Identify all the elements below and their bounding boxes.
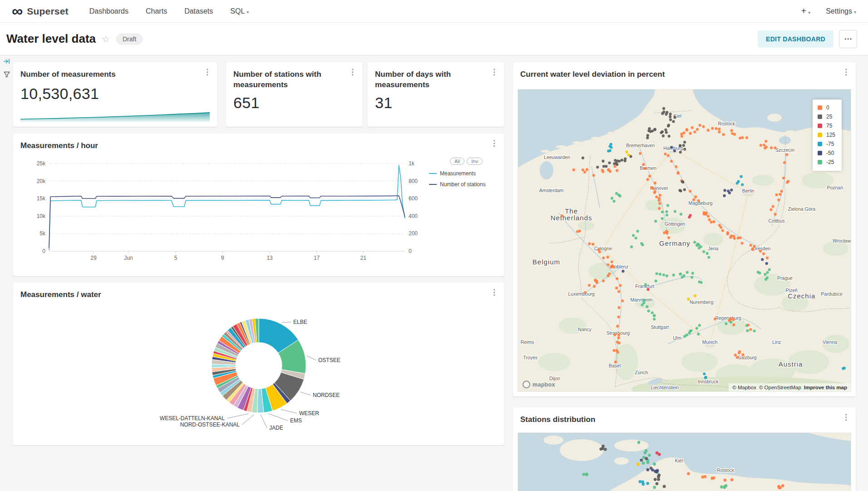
legend-label: -50	[826, 150, 834, 156]
chart-card-deviation-map: Current water level deviation in percent…	[513, 62, 856, 397]
svg-text:Vienna: Vienna	[823, 339, 838, 345]
superset-brand[interactable]: ∞ Superset	[12, 5, 69, 17]
attribution-osm[interactable]: © OpenStreetMap	[759, 385, 801, 390]
more-options-icon[interactable]: ⋮	[490, 139, 498, 147]
legend-swatch-icon	[818, 133, 822, 137]
favorite-star-icon[interactable]: ☆	[102, 34, 110, 45]
legend-item-measurements[interactable]: Measurements	[429, 170, 486, 177]
svg-text:15k: 15k	[37, 195, 46, 202]
svg-text:Luxembourg: Luxembourg	[568, 291, 595, 297]
map-legend: 02575125-75-50-25	[813, 99, 842, 171]
legend-item[interactable]: 75	[818, 123, 835, 129]
legend-item[interactable]: 0	[818, 104, 835, 111]
new-item-button[interactable]: +▾	[801, 6, 810, 16]
kpi-card-days: Number of days with measurements ⋮ 31	[368, 62, 504, 127]
svg-text:Stuttgart: Stuttgart	[651, 324, 669, 330]
svg-text:0: 0	[42, 248, 45, 254]
filter-icon[interactable]	[3, 71, 10, 80]
map-canvas[interactable]: KielRostockBremerhavenHamburgSzczecinLee…	[518, 89, 851, 392]
svg-text:Basel: Basel	[609, 363, 621, 368]
svg-text:Berlin: Berlin	[742, 188, 755, 193]
chart-title: Number of stations with measurements	[226, 62, 362, 90]
chart-title: Number of measurements	[13, 62, 217, 80]
svg-text:21: 21	[360, 255, 367, 261]
svg-text:NORD-OSTSEE-KANAL: NORD-OSTSEE-KANAL	[180, 422, 240, 428]
improve-map-link[interactable]: Improve this map	[804, 385, 847, 390]
kpi-card-measurements: Number of measurements ⋮ 10,530,631	[13, 62, 217, 127]
more-options-icon[interactable]: ⋮	[842, 413, 850, 421]
legend-item[interactable]: 25	[818, 114, 835, 120]
chart-title: Measurements / water	[13, 283, 504, 300]
chart-card-measurements-hour: Measurements / hour ⋮ 005k20010k40015k60…	[13, 134, 504, 276]
chart-card-stations-distribution: Stations distribution ⋮ KielRostock	[513, 407, 856, 491]
legend-item-stations[interactable]: Number of stations	[429, 181, 486, 188]
svg-text:600: 600	[409, 195, 418, 202]
mapbox-logo[interactable]: mapbox	[523, 381, 555, 388]
svg-text:NORDSEE: NORDSEE	[313, 392, 340, 398]
svg-text:Rostock: Rostock	[718, 121, 735, 126]
svg-text:Troyes: Troyes	[523, 355, 538, 360]
dashboard-grid: Number of measurements ⋮ 10,530,631 Numb…	[0, 55, 868, 491]
svg-text:5k: 5k	[39, 230, 46, 237]
brand-name: Superset	[27, 6, 68, 17]
legend-swatch-icon	[818, 160, 822, 164]
svg-text:200: 200	[409, 230, 418, 237]
edit-dashboard-button[interactable]: EDIT DASHBOARD	[758, 30, 833, 48]
legend-item[interactable]: -50	[818, 150, 835, 156]
more-options-icon[interactable]: ⋮	[349, 68, 356, 76]
chart-legend: Measurements Number of stations	[429, 170, 486, 192]
svg-text:10k: 10k	[37, 213, 46, 219]
top-navbar: ∞ Superset Dashboards Charts Datasets SQ…	[0, 0, 868, 23]
settings-menu[interactable]: Settings▾	[826, 7, 856, 15]
svg-text:Cottbus: Cottbus	[769, 218, 785, 223]
legend-label: -25	[826, 159, 834, 165]
svg-text:400: 400	[409, 213, 418, 219]
nav-item-datasets[interactable]: Datasets	[184, 7, 213, 15]
nav-item-dashboards[interactable]: Dashboards	[89, 7, 128, 15]
svg-text:Kiel: Kiel	[675, 458, 683, 463]
svg-text:800: 800	[409, 178, 418, 184]
line-marker-icon	[429, 173, 437, 174]
svg-text:Nancy: Nancy	[578, 327, 592, 332]
nav-item-charts[interactable]: Charts	[146, 7, 167, 15]
svg-text:Linz: Linz	[772, 339, 781, 345]
legend-swatch-icon	[818, 142, 822, 146]
map-canvas[interactable]: KielRostock	[518, 432, 851, 491]
chart-card-measurements-water: Measurements / water ⋮ ELBEOSTSEENORDSEE…	[13, 283, 504, 445]
svg-text:Jena: Jena	[708, 246, 719, 251]
dashboard-more-button[interactable]: ⋯	[839, 30, 857, 48]
legend-swatch-icon	[818, 124, 822, 128]
svg-text:Jun: Jun	[124, 255, 133, 261]
svg-text:Zürich: Zürich	[635, 370, 648, 375]
svg-text:0: 0	[409, 248, 412, 254]
legend-label: 75	[826, 123, 832, 129]
chevron-down-icon: ▾	[854, 10, 856, 15]
legend-item[interactable]: -25	[818, 159, 835, 165]
legend-label: 0	[826, 104, 829, 111]
svg-text:Magdeburg: Magdeburg	[688, 200, 712, 206]
svg-text:Austria: Austria	[779, 360, 803, 368]
svg-text:ELBE: ELBE	[293, 319, 307, 325]
page-title: Water level data	[6, 32, 96, 46]
dashboard-header: Water level data ☆ Draft EDIT DASHBOARD …	[0, 23, 868, 55]
line-marker-icon	[429, 184, 437, 185]
svg-text:Prague: Prague	[777, 275, 793, 281]
legend-item[interactable]: 125	[818, 132, 835, 138]
more-options-icon[interactable]: ⋮	[490, 288, 498, 296]
more-options-icon[interactable]: ⋮	[203, 68, 211, 76]
mapbox-logo-icon	[523, 381, 530, 388]
svg-text:Leeuwarden: Leeuwarden	[544, 154, 570, 160]
legend-select-all-button[interactable]: All	[450, 158, 464, 165]
attribution-mapbox[interactable]: © Mapbox	[732, 385, 756, 390]
svg-text:EMS: EMS	[290, 417, 302, 424]
status-badge: Draft	[116, 34, 143, 45]
legend-invert-button[interactable]: Inv	[467, 158, 483, 165]
svg-text:Belgium: Belgium	[533, 258, 560, 266]
more-options-icon[interactable]: ⋮	[842, 68, 850, 76]
more-options-icon[interactable]: ⋮	[490, 68, 498, 76]
svg-text:Bremen: Bremen	[640, 165, 656, 171]
nav-item-sql[interactable]: SQL▾	[230, 7, 249, 15]
chart-title: Number of days with measurements	[368, 62, 504, 90]
expand-filter-bar-button[interactable]	[3, 57, 11, 67]
legend-item[interactable]: -75	[818, 141, 835, 147]
